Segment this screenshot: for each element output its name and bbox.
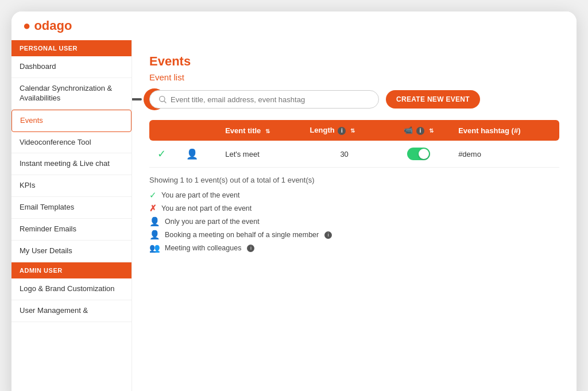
logo-text: odago [34, 18, 72, 33]
search-icon [158, 95, 167, 104]
row-status: ✓ [149, 141, 178, 168]
page-title: Events [149, 54, 559, 69]
legend-item-x: ✗ You are not part of the event [149, 203, 559, 214]
sort-icon-video[interactable]: ⇅ [429, 127, 434, 134]
app-window: ● odago PERSONAL USER Dashboard Calendar… [11, 11, 577, 391]
logo: ● odago [23, 18, 72, 33]
video-camera-icon: 📹 [404, 126, 413, 134]
main-content: Events Event list 1 [132, 40, 577, 391]
legend-x-icon: ✗ [149, 203, 157, 214]
info-icon-colleagues[interactable]: i [247, 245, 254, 252]
sidebar-personal-header: PERSONAL USER [11, 40, 131, 56]
create-new-event-button[interactable]: CREATE NEW EVENT [386, 90, 480, 109]
th-video[interactable]: 📹 i ⇅ [387, 120, 450, 141]
info-icon-video[interactable]: i [416, 127, 424, 135]
th-event-title-label: Event title [225, 126, 261, 135]
th-length[interactable]: Length i ⇅ [301, 120, 386, 141]
video-toggle[interactable] [407, 148, 430, 160]
person-type-icon: 👤 [186, 149, 198, 160]
sidebar-item-events[interactable]: Events [11, 110, 131, 132]
search-input[interactable] [171, 95, 370, 104]
sidebar: PERSONAL USER Dashboard Calendar Synchro… [11, 40, 132, 391]
sidebar-item-calendar-sync[interactable]: Calendar Synchronization & Availabilitie… [11, 78, 131, 110]
sidebar-admin-header: ADMIN USER [11, 262, 131, 278]
legend-person-icon: 👤 [149, 216, 160, 227]
search-input-wrap[interactable] [149, 90, 379, 109]
sidebar-item-instant-meeting[interactable]: Instant meeting & Live chat [11, 153, 131, 175]
legend-item-person-info: 👤 Booking a meeting on behalf of a singl… [149, 230, 559, 240]
sidebar-item-videoconference[interactable]: Videoconference Tool [11, 132, 131, 154]
sidebar-item-reminder-emails[interactable]: Reminder Emails [11, 219, 131, 241]
sidebar-item-my-user-details[interactable]: My User Details [11, 241, 131, 262]
sidebar-item-user-management[interactable]: User Management & [11, 300, 131, 322]
th-hashtag: Event hashtag (#) [450, 120, 559, 141]
legend-person-info-label: Booking a meeting on behalf of a single … [165, 231, 319, 239]
th-status [149, 120, 178, 141]
section-subtitle: Event list [149, 72, 559, 82]
sidebar-item-logo-brand[interactable]: Logo & Brand Customization [11, 278, 131, 300]
legend-item-colleagues: 👥 Meeting with colleagues i [149, 243, 559, 253]
info-icon-booking[interactable]: i [324, 231, 332, 239]
row-length: 30 [301, 141, 386, 168]
legend-x-label: You are not part of the event [161, 204, 252, 212]
legend-colleagues-icon: 👥 [149, 243, 160, 253]
th-length-label: Length [310, 126, 334, 134]
legend-item-person: 👤 Only you are part of the event [149, 216, 559, 227]
th-event-title[interactable]: Event title ⇅ [217, 120, 301, 141]
content-area: PERSONAL USER Dashboard Calendar Synchro… [11, 40, 577, 391]
toggle-knob [419, 149, 429, 159]
arrow-icon [132, 88, 144, 111]
legend-colleagues-label: Meeting with colleagues [165, 244, 241, 252]
sort-icon-event-title[interactable]: ⇅ [265, 128, 270, 134]
row-type: 👤 [178, 141, 217, 168]
row-hashtag: #demo [450, 141, 559, 168]
legend-check-icon: ✓ [149, 190, 157, 200]
events-table: Event title ⇅ Length i ⇅ 📹 i ⇅ [149, 120, 559, 168]
logo-icon: ● [23, 18, 30, 33]
showing-info: Showing 1 to 1 event(s) out of a total o… [149, 176, 559, 184]
row-event-title[interactable]: Let's meet [217, 141, 301, 168]
info-icon-length[interactable]: i [338, 127, 346, 135]
legend-person-info-icon: 👤 [149, 230, 160, 240]
sort-icon-length[interactable]: ⇅ [350, 127, 355, 134]
th-hashtag-label: Event hashtag (#) [458, 126, 520, 135]
svg-line-1 [164, 101, 166, 103]
top-bar: ● odago [11, 11, 577, 40]
sidebar-item-email-templates[interactable]: Email Templates [11, 197, 131, 219]
video-toggle-wrap[interactable] [395, 148, 442, 160]
row-video[interactable] [387, 141, 450, 168]
sidebar-item-dashboard[interactable]: Dashboard [11, 56, 131, 78]
legend-person-label: Only you are part of the event [165, 218, 260, 226]
legend-item-check: ✓ You are part of the event [149, 190, 559, 200]
search-row: 1 CREATE NEW EVENT [149, 90, 559, 109]
status-check-icon: ✓ [157, 148, 166, 160]
th-type [178, 120, 217, 141]
table-header-row: Event title ⇅ Length i ⇅ 📹 i ⇅ [149, 120, 559, 141]
table-row: ✓ 👤 Let's meet 30 [149, 141, 559, 168]
sidebar-item-kpis[interactable]: KPIs [11, 175, 131, 197]
legend-check-label: You are part of the event [161, 191, 239, 199]
legend: ✓ You are part of the event ✗ You are no… [149, 190, 559, 253]
